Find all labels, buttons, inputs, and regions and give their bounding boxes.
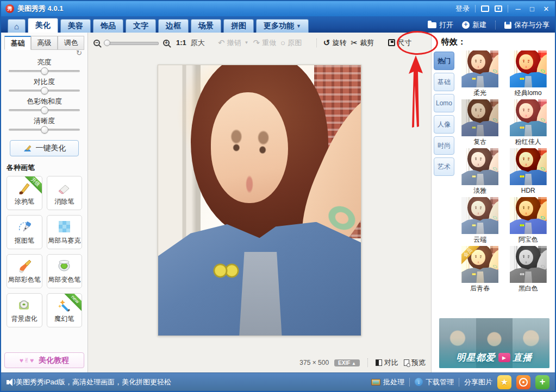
adjust-panel: 基础 高级 调色 ↻ 亮度 对比度 色彩饱和度 清晰度: [1, 33, 88, 372]
effect-classic-lomo[interactable]: 经典lomo: [507, 50, 550, 98]
ticker-text[interactable]: 美图秀秀iPad版，高清处理画面，美化拼图更轻松: [16, 377, 171, 387]
slider-handle[interactable]: [41, 67, 48, 75]
login-link[interactable]: 登录: [455, 4, 470, 14]
magic-pen-button[interactable]: new 魔幻笔: [47, 293, 83, 327]
tab-frames[interactable]: 边框: [158, 19, 189, 33]
contrast-slider[interactable]: [9, 87, 80, 94]
saturation-slider[interactable]: [9, 106, 80, 114]
rotate-icon: ↺: [323, 39, 330, 47]
tab-decorations[interactable]: 饰品: [93, 19, 123, 33]
tab-more-features[interactable]: 更多功能▼: [256, 19, 309, 33]
reset-icon[interactable]: ↻: [4, 50, 84, 58]
minimize-button[interactable]: ─: [514, 5, 522, 13]
tab-collage[interactable]: 拼图: [223, 19, 254, 33]
compare-icon: [376, 359, 382, 366]
skin-menu-icon[interactable]: ▾: [495, 5, 502, 12]
tab-scenes[interactable]: 场景: [191, 19, 221, 33]
close-button[interactable]: ✕: [542, 5, 551, 13]
effect-retro[interactable]: 复古: [459, 99, 502, 147]
batch-process-button[interactable]: 批处理: [371, 377, 404, 387]
effect-black-white[interactable]: 黑白色: [507, 246, 550, 294]
announcement-speaker-icon: [7, 380, 9, 384]
canvas-info-bar: 375 × 500 EXIF ▲ 对比 预览: [88, 356, 431, 372]
effects-tab-art[interactable]: 艺术: [434, 157, 454, 176]
paintbrush-icon: [16, 258, 33, 274]
crop-button[interactable]: ✂裁剪: [351, 38, 374, 48]
zoom-in-icon[interactable]: +: [163, 40, 170, 46]
download-manager-button[interactable]: ↓下载管理: [415, 377, 454, 387]
effects-tab-hot[interactable]: 热门: [434, 52, 454, 70]
tab-home[interactable]: ⌂: [8, 19, 26, 33]
slider-handle[interactable]: [41, 126, 48, 134]
app-title: 美图秀秀 4.0.1: [17, 4, 64, 14]
compare-button[interactable]: 对比: [376, 358, 398, 368]
tab-advanced-adjust[interactable]: 高级: [31, 36, 58, 50]
share-image-button[interactable]: 分享图片: [464, 377, 492, 387]
effects-tab-lomo[interactable]: Lomo: [434, 94, 454, 112]
exif-badge[interactable]: EXIF ▲: [334, 359, 360, 366]
local-recolor-pen-button[interactable]: 局部变色笔: [47, 254, 83, 288]
zoom-slider[interactable]: [104, 39, 159, 47]
preview-button[interactable]: 预览: [404, 358, 426, 368]
titlebar: 秀 美图秀秀 4.0.1 登录 ▾ ─ □ ✕: [1, 1, 555, 16]
effect-soft-light[interactable]: 柔光: [459, 50, 502, 98]
effect-pink-lady[interactable]: 粉红佳人: [507, 99, 550, 147]
resize-icon: [388, 39, 395, 46]
tab-text[interactable]: 文字: [126, 19, 156, 33]
eraser-icon: [56, 180, 72, 195]
clarity-slider[interactable]: [9, 126, 80, 134]
effects-tab-portrait[interactable]: 人像: [434, 115, 454, 134]
zoom-out-icon[interactable]: –: [93, 40, 100, 46]
feedback-icon[interactable]: [481, 5, 489, 12]
weibo-icon[interactable]: [516, 375, 530, 389]
add-share-target-button[interactable]: +: [535, 375, 549, 389]
background-blur-button[interactable]: 背景虚化: [7, 293, 42, 327]
undo-icon: ↶: [218, 39, 225, 47]
zoom-slider-handle[interactable]: [104, 40, 110, 46]
cutout-pen-button[interactable]: 抠图笔: [7, 215, 42, 249]
eraser-pen-button[interactable]: 消除笔: [47, 176, 83, 210]
main-nav: ⌂ 美化 美容 饰品 文字 边框 场景 拼图 更多功能▼ 打开 +新建 保存与分…: [1, 16, 555, 33]
resize-button[interactable]: 尺寸: [388, 38, 411, 48]
clarity-label: 清晰度: [4, 116, 84, 126]
maximize-button[interactable]: □: [528, 5, 536, 13]
rotate-button[interactable]: ↺旋转: [323, 38, 347, 48]
redo-button[interactable]: ↷重做: [253, 38, 277, 48]
effect-hdr[interactable]: HDR: [507, 148, 550, 196]
actual-size-button[interactable]: 原大: [191, 38, 205, 48]
slider-handle[interactable]: [41, 106, 48, 114]
effects-tab-basic[interactable]: 基础: [434, 73, 454, 91]
banner-text-right: 直播: [513, 351, 533, 364]
divider: [475, 5, 476, 12]
tab-color-adjust[interactable]: 调色: [58, 36, 84, 50]
tab-beauty[interactable]: 美容: [60, 19, 91, 33]
doodle-pen-button[interactable]: 升级 涂鸦笔: [7, 176, 42, 210]
beautify-tutorial-button[interactable]: ♥✌♥ 美化教程: [4, 352, 84, 368]
tab-beautify[interactable]: 美化: [28, 18, 58, 33]
local-color-pen-button[interactable]: 局部彩色笔: [7, 254, 42, 288]
tab-basic-adjust[interactable]: 基础: [4, 36, 31, 50]
original-image-button[interactable]: ○原图: [280, 38, 302, 48]
brightness-slider[interactable]: [9, 67, 80, 75]
one-key-beautify-button[interactable]: 一键美化: [10, 140, 79, 156]
effects-title: 特效：: [434, 36, 551, 50]
qzone-icon[interactable]: ★: [497, 375, 511, 389]
effect-elegant[interactable]: 淡雅: [459, 148, 502, 196]
local-mosaic-button[interactable]: 局部马赛克: [47, 215, 83, 249]
promo-banner[interactable]: 明星都爱 ▶ 直播: [439, 318, 549, 368]
effect-abao-color[interactable]: 阿宝色: [507, 197, 550, 245]
divider: [459, 378, 459, 387]
hearts-hand-icon: ♥✌♥: [20, 357, 34, 364]
save-share-button[interactable]: 保存与分享: [504, 20, 549, 30]
save-icon: [504, 22, 511, 29]
open-button[interactable]: 打开: [428, 20, 453, 30]
undo-button[interactable]: ↶撤销▼: [218, 38, 249, 48]
brightness-label: 亮度: [4, 58, 84, 67]
new-button[interactable]: +新建: [462, 20, 486, 30]
blur-magnifier-icon: [16, 298, 33, 313]
effects-tab-fashion[interactable]: 时尚: [434, 136, 454, 155]
effect-post-youth[interactable]: 会员 后青春: [459, 246, 502, 294]
effect-cloud[interactable]: 云端: [459, 197, 502, 245]
paint-bucket-icon: [56, 258, 72, 274]
slider-handle[interactable]: [41, 87, 48, 94]
